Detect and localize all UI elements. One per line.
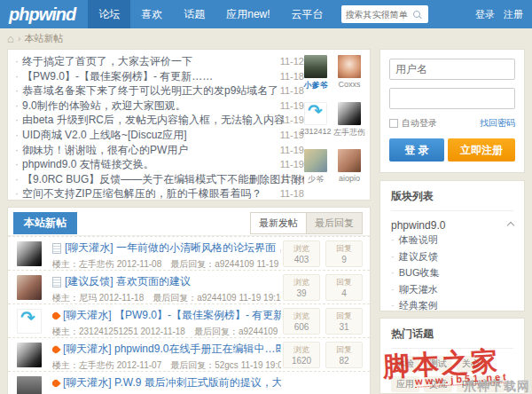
avatar[interactable] — [17, 275, 42, 300]
auto-login-checkbox[interactable] — [389, 119, 398, 128]
forum-list-panel: 版块列表 phpwind9.0 体验说明 建议反馈 BUG收集 聊天灌水 经典案… — [379, 180, 525, 311]
username-field[interactable] — [389, 59, 515, 80]
post-title[interactable]: 终于搞定了首页了，大家去评价一下 — [15, 55, 192, 67]
member-name[interactable]: 小爹爷 — [299, 80, 332, 91]
avatar[interactable] — [17, 343, 42, 367]
navbar-auth-links: 登录 注册 — [475, 8, 532, 21]
topic-tag[interactable]: 测试 — [424, 356, 452, 372]
sort-newest-button[interactable]: 最新发帖 — [250, 212, 307, 234]
replies-stat: 回复82 — [325, 342, 363, 368]
post-title[interactable]: 由beta 升级到RC后，发帖无内容输入框，无法输入内容 — [15, 114, 285, 126]
avatar[interactable] — [17, 309, 42, 334]
views-count: 1620 — [284, 356, 319, 366]
login-button[interactable]: 登 录 — [389, 138, 444, 162]
forgot-password-link[interactable]: 找回密码 — [480, 117, 515, 130]
post-title[interactable]: 9.0制作的体验站，欢迎大家围观。 — [15, 99, 186, 112]
post-title[interactable]: 恭喜域名备案下来了终于可以光明正大的发p9站域名了 — [15, 84, 278, 97]
avatar[interactable] — [338, 149, 361, 172]
thread-row[interactable]: [建议反馈] 喜欢页面的建议 楼主：尼玛 2012-11-18 最后回复：a92… — [8, 270, 370, 303]
post-title[interactable]: UID商城 V2.0 上线咯~[Discuz应用] — [15, 129, 187, 141]
nav-tab-apps[interactable]: 应用new! — [215, 0, 280, 28]
topic-tag[interactable]: phpwind9 — [457, 376, 505, 392]
views-count: 606 — [284, 322, 319, 332]
nav-tab-forum[interactable]: 论坛 — [88, 0, 130, 28]
latest-posts-list: 11-12终于搞定了首页了，大家去评价一下 11-18【PW9.0】-【最佳案例… — [15, 54, 304, 201]
member-name[interactable]: Coxxs — [332, 80, 366, 89]
member-name[interactable]: 2312412 — [299, 127, 332, 136]
topic-tag[interactable]: 交流 — [424, 376, 452, 392]
forum-item[interactable]: 经典案例 — [391, 297, 513, 314]
member-name[interactable]: 左手悲伤 — [332, 127, 366, 138]
collapse-chevron-icon[interactable] — [507, 222, 514, 229]
thread-row[interactable]: [聊天灌水] 【PW9.0】-【最佳案例榜】- 有更新…… 楼主：2312412… — [8, 303, 370, 337]
avatar[interactable] — [304, 149, 327, 172]
member-cell[interactable]: aiopio — [332, 149, 366, 196]
post-title[interactable]: 【PW9.0】-【最佳案例榜】- 有更新…… — [15, 70, 213, 83]
post-title[interactable]: 【9.0RC BUG】反馈——关于在编辑模式下不能删除图片附件的问题！！ — [15, 173, 304, 185]
sort-lastreply-button[interactable]: 最后回复 — [307, 212, 363, 234]
member-cell[interactable]: 左手悲伤 — [332, 102, 366, 149]
post-title[interactable]: phpwind9.0 友情链接交换。 — [15, 158, 154, 170]
post-title[interactable]: 空间不支持ZIP压缩包解压的，脏的千橡眼看着吗？ — [15, 187, 262, 200]
home-icon[interactable]: ⌂ — [7, 32, 14, 45]
avatar[interactable] — [304, 102, 327, 125]
register-link[interactable]: 注册 — [504, 8, 523, 21]
tab-site-new-posts[interactable]: 本站新帖 — [13, 212, 77, 234]
views-label: 浏览 — [284, 277, 319, 288]
topic-tag[interactable]: 体验 — [391, 356, 419, 372]
topic-tag[interactable]: 应用 — [391, 376, 419, 392]
avatar[interactable] — [17, 376, 42, 394]
post-title[interactable]: 御妹坊！谢谢啦，很有心的PW用户 — [15, 144, 188, 156]
thread-meta: 楼主：左手悲伤 2012-11-08 最后回复：a9244109 11-19 1… — [52, 258, 281, 271]
thread-row[interactable]: [聊天灌水] P.W.9 最后冲刺正式版前的提议，大家没事就帮我顶起~！ — [8, 371, 370, 394]
forum-item[interactable]: 聊天灌水 — [391, 281, 513, 298]
topic-tag[interactable]: 关心 — [457, 356, 485, 372]
nav-tab-cloud[interactable]: 云平台 — [281, 0, 334, 28]
thread-title[interactable]: [建议反馈] 喜欢页面的建议 — [65, 274, 191, 289]
member-name[interactable]: aiopio — [332, 174, 366, 183]
thread-row[interactable]: [聊天灌水] phpwind9.0在线手册正在编辑中…即将面世！ 楼主：左手悲伤… — [8, 337, 370, 371]
forum-item[interactable]: 体验说明 — [391, 232, 513, 248]
replies-label: 回复 — [326, 243, 362, 255]
avatar[interactable] — [17, 241, 42, 266]
latest-post-row[interactable]: 11-19御妹坊！谢谢啦，很有心的PW用户 — [15, 143, 304, 158]
latest-post-row[interactable]: 11-19【9.0RC BUG】反馈——关于在编辑模式下不能删除图片附件的问题！… — [15, 172, 304, 187]
password-field[interactable] — [389, 88, 515, 109]
register-button[interactable]: 立即注册 — [448, 138, 515, 162]
latest-post-row[interactable]: 11-199.0制作的体验站，欢迎大家围观。 — [15, 98, 304, 114]
member-name[interactable]: 少爷 — [299, 174, 332, 185]
latest-post-row[interactable]: 11-18恭喜域名备案下来了终于可以光明正大的发p9站域名了 — [15, 83, 304, 98]
latest-post-row[interactable]: 11-12终于搞定了首页了，大家去评价一下 — [15, 54, 304, 69]
search-box[interactable] — [341, 5, 428, 23]
thread-title[interactable]: [聊天灌水] phpwind9.0在线手册正在编辑中…即将面世！ — [63, 342, 281, 357]
thread-row[interactable]: [聊天灌水] 一年前做的小清晰风格的论坛界面，欢迎灌水~ 楼主：左手悲伤 201… — [8, 236, 370, 270]
member-cell[interactable]: 少爷 — [299, 149, 332, 196]
nav-tab-like[interactable]: 喜欢 — [130, 0, 173, 28]
avatar[interactable] — [304, 55, 327, 78]
thread-meta: 楼主：231241251251 2012-11-18 最后回复：a9244109… — [52, 326, 281, 338]
thread-title[interactable]: [聊天灌水] P.W.9 最后冲刺正式版前的提议，大家没事就帮我顶起~！ — [63, 375, 281, 390]
nav-tab-topic[interactable]: 话题 — [173, 0, 215, 28]
latest-post-row[interactable]: 11-19由beta 升级到RC后，发帖无内容输入框，无法输入内容 — [15, 113, 304, 128]
avatar[interactable] — [338, 55, 361, 78]
forum-group-label[interactable]: phpwind9.0 — [391, 219, 445, 232]
search-icon[interactable] — [413, 11, 420, 18]
latest-post-row[interactable]: 11-18【PW9.0】-【最佳案例榜】- 有更新…… — [15, 69, 304, 84]
latest-post-row[interactable]: 11-18空间不支持ZIP压缩包解压的，脏的千橡眼看着吗？ — [15, 186, 304, 201]
phpwind-logo[interactable]: phpwind — [0, 4, 88, 25]
forum-item[interactable]: 建议反馈 — [391, 248, 513, 265]
avatar[interactable] — [338, 102, 361, 125]
latest-post-row[interactable]: 11-19phpwind9.0 友情链接交换。 — [15, 157, 304, 172]
login-link[interactable]: 登录 — [475, 8, 495, 21]
thread-meta: 楼主：尼玛 2012-11-18 最后回复：a9244109 11-19 19:… — [52, 292, 281, 304]
latest-post-row[interactable]: 11-19UID商城 V2.0 上线咯~[Discuz应用] — [15, 128, 304, 143]
member-cell[interactable]: Coxxs — [332, 55, 366, 102]
thread-stats: 浏览606 回复31 — [283, 308, 363, 335]
member-cell[interactable]: 小爹爷 — [299, 55, 332, 102]
search-input[interactable] — [346, 10, 413, 20]
thread-title[interactable]: [聊天灌水] 一年前做的小清晰风格的论坛界面，欢迎灌水~ — [65, 240, 281, 256]
member-cell[interactable]: 2312412 — [299, 102, 332, 149]
forum-group-phpwind9[interactable]: phpwind9.0 — [391, 219, 513, 232]
thread-title[interactable]: [聊天灌水] 【PW9.0】-【最佳案例榜】- 有更新…… — [63, 308, 281, 323]
forum-item[interactable]: BUG收集 — [391, 264, 513, 281]
